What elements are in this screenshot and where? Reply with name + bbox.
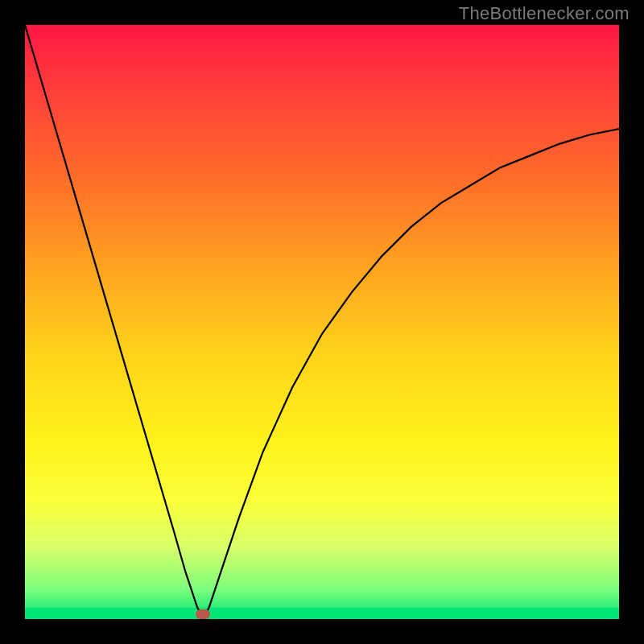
attribution-text: TheBottlenecker.com	[459, 3, 630, 24]
plot-area	[25, 25, 619, 619]
bottleneck-curve	[25, 25, 619, 619]
chart-frame: TheBottlenecker.com	[0, 0, 644, 644]
optimum-marker	[196, 609, 210, 619]
